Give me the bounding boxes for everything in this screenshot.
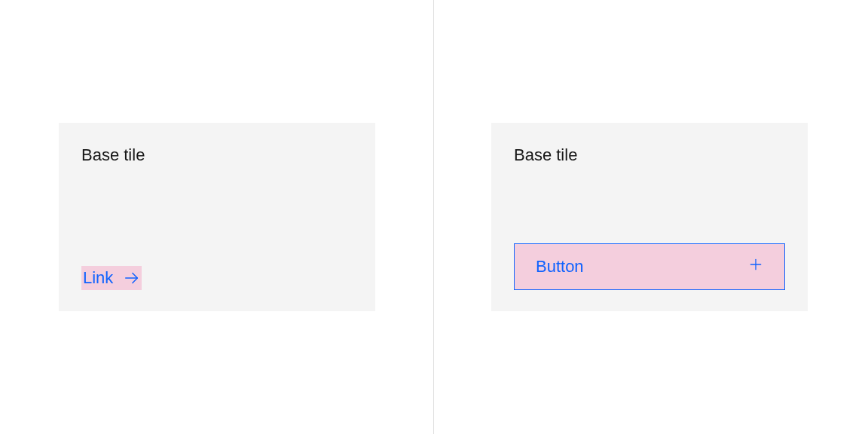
panel-left: Base tile Link	[0, 0, 434, 434]
base-tile-left: Base tile Link	[59, 123, 375, 311]
base-tile-right: Base tile Button	[491, 123, 808, 311]
tile-link[interactable]: Link	[81, 266, 142, 290]
button-label: Button	[536, 257, 584, 277]
panel-right: Base tile Button	[434, 0, 868, 434]
link-label: Link	[83, 268, 113, 288]
tile-title: Base tile	[514, 145, 785, 165]
tile-title: Base tile	[81, 145, 353, 165]
arrow-right-icon	[124, 270, 140, 286]
plus-icon	[748, 257, 763, 277]
tile-button[interactable]: Button	[514, 243, 785, 290]
example-panels: Base tile Link Base tile Button	[0, 0, 868, 434]
